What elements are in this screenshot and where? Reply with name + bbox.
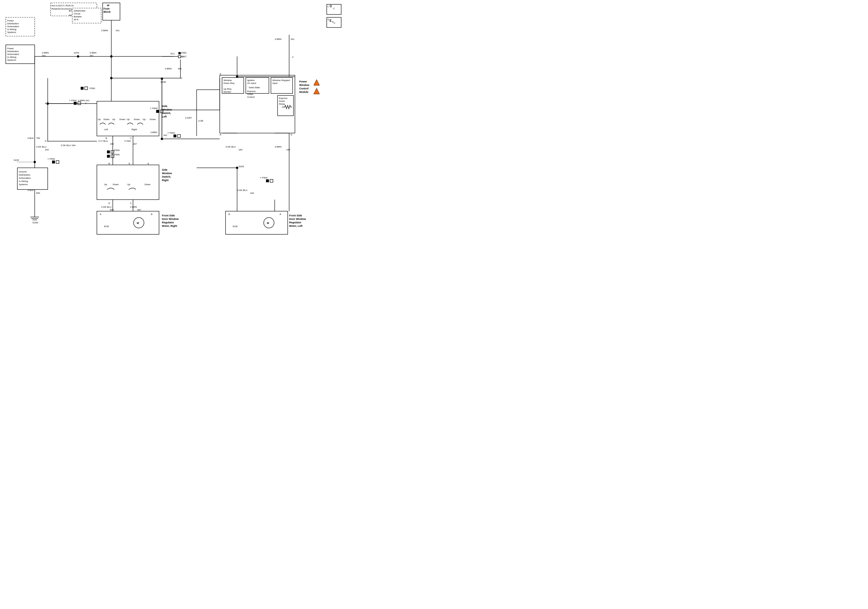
svg-text:Power: Power xyxy=(7,19,14,22)
svg-text:Window: Window xyxy=(223,79,232,82)
svg-text:Up: Up xyxy=(104,183,107,186)
svg-rect-240 xyxy=(81,87,84,90)
svg-text:Distribution: Distribution xyxy=(19,174,30,176)
svg-text:Side: Side xyxy=(162,168,167,171)
svg-rect-241 xyxy=(85,87,88,90)
svg-text:Express: Express xyxy=(247,90,256,93)
svg-text:Input: Input xyxy=(272,82,278,84)
svg-text:Systems: Systems xyxy=(7,31,16,34)
svg-text:Express: Express xyxy=(279,97,287,99)
svg-text:C: C xyxy=(130,202,132,205)
svg-text:3 BRN 341: 3 BRN 341 xyxy=(78,99,90,102)
svg-text:3 DK BLU: 3 DK BLU xyxy=(101,206,112,208)
svg-text:Up: Up xyxy=(143,118,146,121)
svg-text:G200: G200 xyxy=(33,221,38,224)
svg-text:Window: Window xyxy=(162,108,172,111)
svg-rect-195 xyxy=(226,211,288,235)
svg-text:341: 341 xyxy=(116,29,120,32)
svg-rect-115 xyxy=(56,160,59,163)
svg-text:165: 165 xyxy=(286,148,290,151)
svg-text:Down: Down xyxy=(279,100,285,103)
svg-text:A4: A4 xyxy=(69,14,72,17)
svg-rect-152 xyxy=(107,151,110,153)
svg-text:D: D xyxy=(291,134,292,136)
svg-text:B: B xyxy=(105,137,107,140)
svg-text:Door Window: Door Window xyxy=(289,218,306,221)
svg-text:Right: Right xyxy=(132,128,137,131)
svg-text:Door Window: Door Window xyxy=(162,218,179,221)
svg-text:Monitor: Monitor xyxy=(223,90,231,93)
svg-text:Up: Up xyxy=(127,183,130,186)
svg-text:167: 167 xyxy=(133,143,137,145)
svg-rect-153 xyxy=(111,151,114,153)
svg-rect-156 xyxy=(111,155,114,158)
svg-text:Window: Window xyxy=(162,172,172,175)
svg-text:ECB: ECB xyxy=(233,225,237,228)
svg-text:3 GRY: 3 GRY xyxy=(185,117,192,119)
svg-text:Front Side: Front Side xyxy=(289,214,302,217)
svg-text:3 BRN: 3 BRN xyxy=(275,38,282,40)
svg-text:S: S xyxy=(332,20,333,23)
svg-text:3 TAN: 3 TAN xyxy=(124,140,131,142)
svg-rect-161 xyxy=(156,110,159,113)
svg-text:3 BRN: 3 BRN xyxy=(90,51,96,54)
svg-marker-81 xyxy=(314,79,319,85)
svg-text:166: 166 xyxy=(110,143,114,145)
svg-text:3 BLK: 3 BLK xyxy=(28,137,34,140)
svg-text:Breaker: Breaker xyxy=(74,16,82,18)
svg-text:3 BRN: 3 BRN xyxy=(42,51,49,54)
svg-text:Down: Down xyxy=(150,118,155,121)
svg-text:Window: Window xyxy=(299,84,309,87)
svg-text:P500: P500 xyxy=(90,87,95,90)
svg-rect-162 xyxy=(160,110,163,113)
svg-text:B4: B4 xyxy=(69,9,72,12)
svg-text:C: C xyxy=(292,56,294,58)
svg-text:E: E xyxy=(330,19,332,22)
svg-text:30 A: 30 A xyxy=(74,18,79,21)
svg-text:A: A xyxy=(147,162,149,165)
svg-rect-132 xyxy=(97,165,159,200)
svg-text:Module: Module xyxy=(299,90,308,93)
svg-text:Hot In ACCY, RUN Or: Hot In ACCY, RUN Or xyxy=(51,4,74,7)
svg-text:Schematics: Schematics xyxy=(7,25,19,28)
svg-text:Relay: Relay xyxy=(279,103,285,105)
svg-text:C: C xyxy=(333,7,335,10)
svg-text:On Input: On Input xyxy=(247,82,256,84)
svg-text:3 LT BLU: 3 LT BLU xyxy=(98,140,108,142)
svg-text:667: 667 xyxy=(137,208,141,211)
svg-rect-45 xyxy=(178,52,181,54)
svg-text:Control: Control xyxy=(299,87,308,90)
svg-text:In Wiring: In Wiring xyxy=(19,180,28,183)
svg-text:Regulator: Regulator xyxy=(289,221,302,224)
svg-text:3 DK BLU: 3 DK BLU xyxy=(36,146,46,148)
svg-text:3 DK BLU: 3 DK BLU xyxy=(237,189,248,191)
svg-text:341: 341 xyxy=(178,67,182,70)
svg-text:L: L xyxy=(328,5,329,8)
svg-rect-159 xyxy=(178,135,180,137)
svg-text:Down: Down xyxy=(247,93,253,95)
svg-text:Left: Left xyxy=(162,115,167,118)
svg-text:650: 650 xyxy=(36,192,40,194)
svg-text:Block: Block xyxy=(104,11,111,13)
svg-text:Window Stopped: Window Stopped xyxy=(272,79,290,82)
svg-text:S208: S208 xyxy=(160,81,166,83)
svg-text:C: C xyxy=(334,22,335,24)
svg-text:341: 341 xyxy=(42,54,46,57)
svg-text:Down: Down xyxy=(134,118,140,121)
svg-text:In Wiring: In Wiring xyxy=(7,28,17,31)
svg-text:666: 666 xyxy=(110,208,114,211)
svg-text:⊧ P500: ⊧ P500 xyxy=(70,99,77,102)
svg-text:3 BRN: 3 BRN xyxy=(165,67,172,70)
svg-text:E: E xyxy=(129,162,130,165)
svg-rect-46 xyxy=(178,56,181,58)
svg-text:Left: Left xyxy=(104,128,108,131)
svg-text:Power: Power xyxy=(7,47,14,50)
svg-text:Distribution: Distribution xyxy=(7,22,19,25)
svg-rect-155 xyxy=(107,155,110,158)
svg-text:750: 750 xyxy=(36,137,40,140)
svg-text:A: A xyxy=(45,102,46,105)
svg-text:341: 341 xyxy=(90,54,94,57)
svg-text:Ground: Ground xyxy=(19,170,26,173)
svg-text:Motor, Left: Motor, Left xyxy=(289,225,302,227)
schematic-container: Hot In ACCY, RUN Or Retained Accessory P… xyxy=(0,0,347,246)
